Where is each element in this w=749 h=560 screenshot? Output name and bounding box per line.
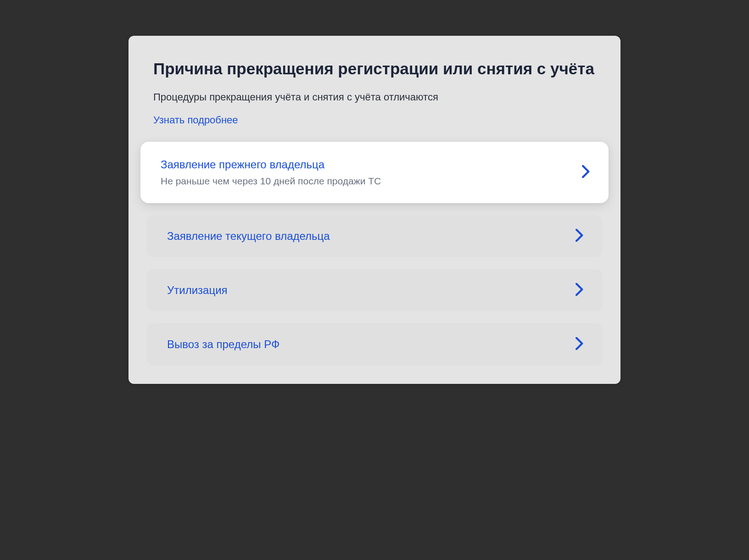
chevron-right-icon	[576, 229, 584, 244]
option-utilization[interactable]: Утилизация	[147, 269, 602, 311]
option-label: Утилизация	[167, 284, 228, 297]
option-export-outside-rf[interactable]: Вывоз за пределы РФ	[147, 323, 602, 366]
reason-panel: Причина прекращения регистрации или снят…	[129, 36, 620, 384]
option-text: Утилизация	[167, 284, 228, 297]
option-label: Вывоз за пределы РФ	[167, 338, 279, 351]
option-text: Заявление текущего владельца	[167, 230, 330, 243]
chevron-right-icon	[576, 283, 584, 298]
page-subtitle: Процедуры прекращения учёта и снятия с у…	[153, 91, 596, 103]
option-current-owner-statement[interactable]: Заявление текущего владельца	[147, 215, 602, 257]
option-previous-owner-statement[interactable]: Заявление прежнего владельца Не раньше ч…	[140, 142, 609, 203]
option-label: Заявление прежнего владельца	[161, 158, 381, 171]
option-text: Вывоз за пределы РФ	[167, 338, 279, 351]
chevron-right-icon	[582, 165, 590, 180]
option-text: Заявление прежнего владельца Не раньше ч…	[161, 158, 381, 187]
chevron-right-icon	[576, 337, 584, 352]
option-label: Заявление текущего владельца	[167, 230, 330, 243]
panel-header: Причина прекращения регистрации или снят…	[129, 58, 620, 142]
option-desc: Не раньше чем через 10 дней после продаж…	[161, 176, 381, 187]
option-list: Заявление прежнего владельца Не раньше ч…	[129, 142, 620, 366]
page-title: Причина прекращения регистрации или снят…	[153, 58, 596, 79]
learn-more-link[interactable]: Узнать подробнее	[153, 114, 238, 126]
